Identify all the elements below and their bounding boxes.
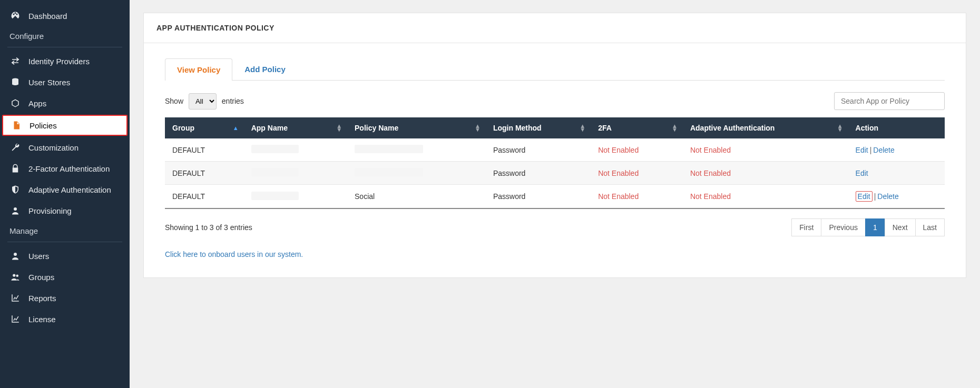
sidebar-item-customization[interactable]: Customization: [0, 137, 130, 158]
sidebar-item-label: 2-Factor Authentication: [28, 164, 110, 173]
sidebar-item-label: Adaptive Authentication: [28, 185, 111, 194]
policy-table: Group▲ App Name▲▼ Policy Name▲▼ Login Me…: [165, 117, 945, 209]
entries-control: Show All entries: [165, 93, 244, 110]
sidebar-item-label: Policies: [30, 121, 57, 130]
cell-app-name: [244, 138, 347, 162]
sidebar-item-label: Groups: [28, 273, 54, 282]
sidebar-item-license[interactable]: License: [0, 309, 130, 330]
sidebar-item-provisioning[interactable]: Provisioning: [0, 200, 130, 221]
chart-icon: [9, 293, 21, 303]
svg-point-1: [14, 207, 17, 211]
sidebar-item-2-factor-authentication[interactable]: 2-Factor Authentication: [0, 158, 130, 179]
cell-adaptive: Not Enabled: [683, 185, 848, 209]
cell-login-method: Password: [486, 162, 591, 185]
sort-icon: ▲▼: [336, 124, 342, 132]
sidebar-item-dashboard[interactable]: Dashboard: [0, 5, 130, 26]
shield-icon: [9, 185, 21, 194]
sidebar-item-label: Customization: [28, 143, 79, 152]
delete-link[interactable]: Delete: [873, 146, 894, 154]
tabs: View Policy Add Policy: [165, 58, 945, 81]
cell-login-method: Password: [486, 185, 591, 209]
policy-panel: APP AUTHENTICATION POLICY View Policy Ad…: [143, 13, 966, 278]
sidebar-item-label: Apps: [28, 99, 46, 108]
sidebar-item-user-stores[interactable]: User Stores: [0, 72, 130, 93]
table-info: Showing 1 to 3 of 3 entries: [165, 223, 252, 232]
cell-policy-name: [347, 138, 486, 162]
divider: [7, 242, 122, 242]
col-app-name[interactable]: App Name▲▼: [244, 117, 347, 138]
entries-label: entries: [222, 97, 244, 105]
col-login-method[interactable]: Login Method▲▼: [486, 117, 591, 138]
pager-prev[interactable]: Previous: [821, 218, 865, 236]
sidebar-item-label: Reports: [28, 294, 56, 303]
edit-link[interactable]: Edit: [858, 192, 870, 201]
pager-first[interactable]: First: [791, 218, 821, 236]
dashboard-icon: [9, 11, 21, 21]
cell-adaptive: Not Enabled: [683, 138, 848, 162]
pager-page-1[interactable]: 1: [865, 218, 885, 236]
sort-icon: ▲▼: [837, 124, 843, 132]
divider: [7, 47, 122, 47]
show-label: Show: [165, 97, 183, 105]
sidebar-item-label: Provisioning: [28, 206, 72, 215]
cube-icon: [9, 98, 21, 108]
cell-app-name: [244, 185, 347, 209]
search-input[interactable]: [834, 92, 945, 110]
nav-section-manage: Manage: [0, 221, 130, 238]
tab-add-policy[interactable]: Add Policy: [232, 58, 298, 80]
cell-group: DEFAULT: [165, 162, 244, 185]
cell-group: DEFAULT: [165, 138, 244, 162]
sidebar-item-users[interactable]: Users: [0, 245, 130, 266]
col-2fa[interactable]: 2FA▲▼: [591, 117, 683, 138]
cell-adaptive: Not Enabled: [683, 162, 848, 185]
user-icon: [9, 251, 21, 261]
swap-icon: [9, 56, 21, 66]
cell-group: DEFAULT: [165, 185, 244, 209]
pager: First Previous 1 Next Last: [792, 218, 945, 236]
delete-link[interactable]: Delete: [877, 192, 898, 201]
page-title: APP AUTHENTICATION POLICY: [144, 13, 966, 43]
table-row: DEFAULTPasswordNot EnabledNot EnabledEdi…: [165, 138, 945, 162]
nav-section-configure: Configure: [0, 26, 130, 44]
pager-next[interactable]: Next: [885, 218, 916, 236]
edit-link[interactable]: Edit: [856, 169, 868, 177]
sidebar-item-label: Users: [28, 252, 49, 261]
cell-app-name: [244, 162, 347, 185]
sidebar-item-identity-providers[interactable]: Identity Providers: [0, 51, 130, 72]
sidebar-item-adaptive-authentication[interactable]: Adaptive Authentication: [0, 179, 130, 200]
svg-point-3: [13, 274, 15, 276]
sidebar-item-label: License: [28, 315, 56, 324]
entries-select[interactable]: All: [189, 93, 217, 110]
sidebar-item-reports[interactable]: Reports: [0, 287, 130, 309]
sidebar-item-groups[interactable]: Groups: [0, 266, 130, 287]
tab-view-policy[interactable]: View Policy: [165, 58, 232, 81]
sidebar: Dashboard Configure Identity ProvidersUs…: [0, 0, 130, 388]
svg-point-2: [14, 253, 17, 256]
sort-icon: ▲▼: [580, 124, 585, 132]
sidebar-item-label: Dashboard: [28, 12, 67, 21]
sort-icon: ▲▼: [672, 124, 678, 132]
cell-2fa: Not Enabled: [591, 162, 683, 185]
sort-icon: ▲▼: [475, 124, 481, 132]
svg-point-4: [16, 275, 19, 277]
table-row: DEFAULTPasswordNot EnabledNot EnabledEdi…: [165, 162, 945, 185]
col-action: Action: [848, 117, 945, 138]
cell-action: Edit: [848, 162, 945, 185]
chart-icon: [9, 314, 21, 324]
user-icon: [9, 206, 21, 215]
cell-action: Edit|Delete: [848, 185, 945, 209]
cell-2fa: Not Enabled: [591, 185, 683, 209]
col-group[interactable]: Group▲: [165, 117, 244, 138]
highlight-box: Edit: [856, 191, 873, 202]
onboard-link[interactable]: Click here to onboard users in our syste…: [165, 250, 303, 258]
sidebar-item-label: User Stores: [28, 78, 70, 87]
wrench-icon: [9, 143, 21, 152]
col-policy-name[interactable]: Policy Name▲▼: [347, 117, 486, 138]
sidebar-item-apps[interactable]: Apps: [0, 93, 130, 114]
col-adaptive[interactable]: Adaptive Authentication▲▼: [683, 117, 848, 138]
sidebar-item-policies[interactable]: Policies: [2, 115, 128, 136]
sidebar-item-label: Identity Providers: [28, 57, 90, 66]
cell-2fa: Not Enabled: [591, 138, 683, 162]
edit-link[interactable]: Edit: [856, 146, 868, 154]
pager-last[interactable]: Last: [915, 218, 945, 236]
